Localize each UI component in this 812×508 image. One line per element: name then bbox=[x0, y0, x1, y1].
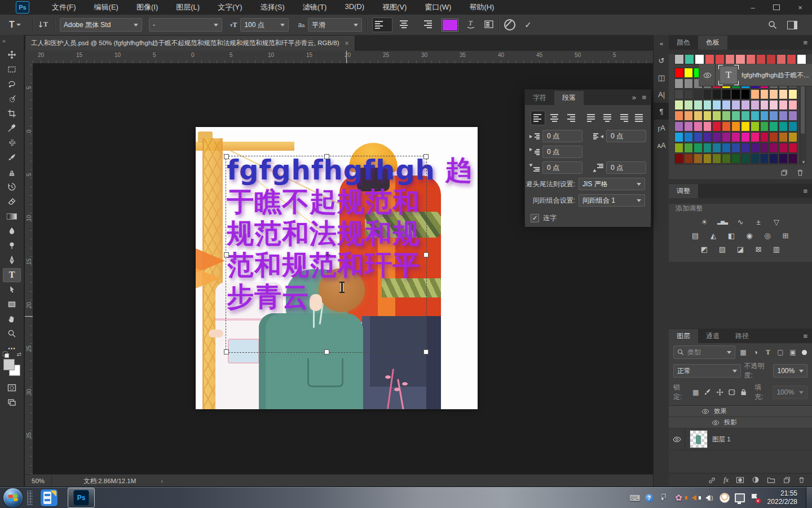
swatch[interactable] bbox=[712, 100, 721, 110]
swatch[interactable] bbox=[722, 100, 731, 110]
menu-item[interactable]: 窗口(W) bbox=[417, 0, 459, 15]
swatch[interactable] bbox=[674, 143, 683, 153]
swatch[interactable] bbox=[760, 111, 769, 121]
lock-position-icon[interactable] bbox=[716, 388, 724, 396]
delete-layer-icon[interactable] bbox=[798, 476, 805, 484]
swatch[interactable] bbox=[703, 89, 712, 99]
swatch[interactable] bbox=[731, 164, 740, 165]
swatch[interactable] bbox=[779, 100, 788, 110]
link-layers-icon[interactable] bbox=[708, 476, 716, 484]
swatch[interactable] bbox=[674, 78, 683, 89]
swatch[interactable] bbox=[741, 154, 750, 164]
swatch[interactable] bbox=[769, 143, 778, 153]
text-color-swatch[interactable] bbox=[442, 19, 458, 31]
swatch[interactable] bbox=[751, 111, 760, 121]
swatch[interactable] bbox=[760, 154, 769, 164]
hue-saturation-icon[interactable]: ▤ bbox=[689, 230, 701, 240]
panel-menu-icon[interactable]: ≡ bbox=[803, 38, 807, 47]
swatch[interactable] bbox=[760, 121, 769, 132]
document-tab[interactable]: 工人和医护人员.psd @ 50% (fgfghfhgfhgh趋于瞧不起规范和规… bbox=[25, 35, 355, 51]
expand-panel-icon[interactable]: » bbox=[632, 93, 636, 102]
add-mask-icon[interactable] bbox=[736, 476, 744, 484]
lock-artboard-icon[interactable] bbox=[727, 388, 736, 396]
panel-menu-icon[interactable]: ≡ bbox=[803, 332, 807, 340]
font-size-select[interactable]: 100 点 bbox=[240, 18, 289, 32]
swatch[interactable] bbox=[756, 54, 766, 64]
swatch[interactable] bbox=[766, 54, 776, 64]
taskbar-clock[interactable]: 21:55 2022/2/28 bbox=[767, 489, 797, 506]
swatch[interactable] bbox=[694, 111, 703, 121]
swatch[interactable] bbox=[712, 121, 721, 132]
swatch[interactable] bbox=[731, 154, 740, 164]
font-style-select[interactable]: - bbox=[149, 18, 222, 32]
swatch[interactable] bbox=[694, 154, 703, 164]
selective-color-icon[interactable]: ⊠ bbox=[752, 244, 765, 254]
zoom-tool[interactable] bbox=[3, 327, 21, 341]
taskbar-app-movie-icon[interactable] bbox=[41, 489, 58, 506]
swatch[interactable] bbox=[776, 54, 786, 64]
swatch[interactable] bbox=[741, 111, 750, 121]
menu-item[interactable]: 视图(V) bbox=[374, 0, 414, 15]
tab-layers[interactable]: 图层 bbox=[669, 329, 698, 343]
swatch[interactable] bbox=[769, 89, 778, 99]
swatch[interactable] bbox=[788, 132, 797, 142]
quick-selection-tool[interactable] bbox=[3, 92, 21, 106]
menu-item[interactable]: 3D(D) bbox=[337, 0, 372, 15]
swatch[interactable] bbox=[722, 154, 731, 164]
blend-mode-select[interactable]: 正常 bbox=[673, 364, 741, 378]
toggle-panels-button[interactable] bbox=[484, 20, 494, 30]
swatch[interactable] bbox=[712, 143, 721, 153]
align-justify-right-button[interactable] bbox=[616, 111, 630, 125]
swatch[interactable] bbox=[712, 89, 721, 99]
character-panel-icon[interactable]: A| bbox=[654, 86, 669, 103]
close-button[interactable]: × bbox=[788, 0, 812, 15]
swatch[interactable] bbox=[769, 132, 778, 142]
swatch[interactable] bbox=[787, 54, 796, 64]
swatch[interactable] bbox=[788, 111, 797, 121]
swatch[interactable] bbox=[694, 121, 703, 132]
minimize-button[interactable]: – bbox=[741, 0, 765, 15]
align-center-button[interactable] bbox=[548, 111, 561, 125]
crop-tool[interactable] bbox=[3, 107, 21, 121]
swatch[interactable] bbox=[705, 54, 714, 64]
filter-toggle-icon[interactable] bbox=[802, 350, 807, 355]
menu-item[interactable]: 选择(S) bbox=[252, 0, 292, 15]
tab-character[interactable]: 字符 bbox=[525, 91, 554, 105]
swatch[interactable] bbox=[731, 121, 740, 132]
layer-row-text[interactable]: T fgfghfhgfhgh趋于瞧不... fx ^ bbox=[699, 64, 812, 86]
pen-tool[interactable] bbox=[3, 253, 21, 268]
align-justify-left-button[interactable] bbox=[585, 111, 598, 125]
swap-colors-icon[interactable]: ⇄ bbox=[17, 351, 21, 357]
swatch[interactable] bbox=[684, 78, 693, 89]
transform-handle[interactable] bbox=[423, 252, 429, 257]
swatch[interactable] bbox=[712, 154, 721, 164]
swatch[interactable] bbox=[694, 89, 703, 99]
swatch[interactable] bbox=[703, 143, 712, 153]
effects-row[interactable]: 效果 bbox=[669, 406, 812, 417]
swatch[interactable] bbox=[769, 154, 778, 164]
invert-icon[interactable]: ◩ bbox=[698, 244, 710, 254]
align-left-button[interactable] bbox=[372, 17, 392, 32]
kinsoku-select[interactable]: JIS 严格 bbox=[579, 178, 645, 190]
transform-handle[interactable] bbox=[224, 154, 229, 159]
swatch[interactable] bbox=[788, 89, 797, 99]
drop-shadow-row[interactable]: 投影 bbox=[669, 417, 812, 428]
gradient-map-icon[interactable]: ▥ bbox=[770, 244, 783, 254]
new-adjustment-icon[interactable] bbox=[752, 476, 760, 484]
history-panel-icon[interactable]: ↺ bbox=[654, 52, 669, 69]
color-balance-icon[interactable]: ◭ bbox=[707, 230, 720, 240]
warp-text-button[interactable]: T bbox=[466, 19, 476, 31]
screen-mode-button[interactable] bbox=[3, 395, 21, 409]
swatch[interactable] bbox=[694, 100, 703, 110]
hyphenate-checkbox[interactable]: ✓ bbox=[531, 214, 539, 222]
flower-tray-icon[interactable]: ✿ bbox=[674, 493, 684, 503]
swatch[interactable] bbox=[788, 154, 797, 164]
right-indent-field[interactable]: 0 点 bbox=[606, 130, 646, 142]
font-family-select[interactable]: Adobe 黑体 Std bbox=[60, 18, 142, 32]
text-bounding-box[interactable] bbox=[226, 156, 427, 353]
swatch[interactable] bbox=[760, 132, 769, 142]
tab-paths[interactable]: 路径 bbox=[727, 329, 757, 343]
path-selection-tool[interactable] bbox=[3, 283, 21, 297]
posterize-icon[interactable]: ▨ bbox=[716, 244, 729, 254]
mojikumi-select[interactable]: 间距组合 1 bbox=[579, 194, 645, 207]
